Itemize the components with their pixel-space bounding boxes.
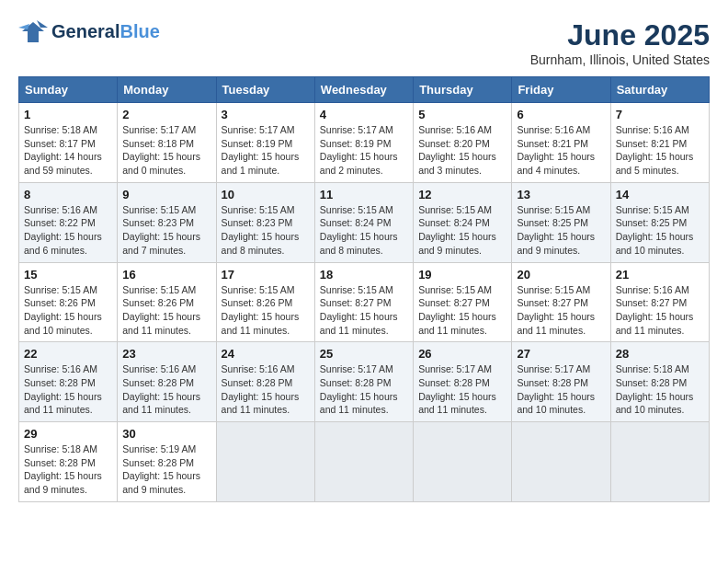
day-info: Sunrise: 5:16 AM Sunset: 8:21 PM Dayligh… <box>517 123 605 178</box>
day-number: 11 <box>320 188 408 201</box>
day-number: 13 <box>517 188 605 201</box>
calendar-subtitle: Burnham, Illinois, United States <box>530 52 710 67</box>
day-cell <box>216 422 314 502</box>
day-info: Sunrise: 5:15 AM Sunset: 8:25 PM Dayligh… <box>616 203 704 258</box>
day-info: Sunrise: 5:15 AM Sunset: 8:23 PM Dayligh… <box>222 203 310 258</box>
day-number: 22 <box>24 347 112 361</box>
logo-text: GeneralBlue <box>51 21 160 42</box>
day-info: Sunrise: 5:18 AM Sunset: 8:17 PM Dayligh… <box>24 123 112 178</box>
col-header-sunday: Sunday <box>19 77 118 103</box>
day-cell: 12Sunrise: 5:15 AM Sunset: 8:24 PM Dayli… <box>414 182 512 262</box>
day-number: 3 <box>222 108 310 121</box>
day-number: 24 <box>222 347 310 361</box>
bird-icon <box>18 18 48 44</box>
day-cell: 7Sunrise: 5:16 AM Sunset: 8:21 PM Daylig… <box>610 103 709 183</box>
day-cell: 19Sunrise: 5:15 AM Sunset: 8:27 PM Dayli… <box>414 262 512 342</box>
day-number: 15 <box>24 268 112 282</box>
col-header-saturday: Saturday <box>610 77 709 103</box>
day-cell: 10Sunrise: 5:15 AM Sunset: 8:23 PM Dayli… <box>216 182 314 262</box>
calendar-header-row: SundayMondayTuesdayWednesdayThursdayFrid… <box>19 77 710 103</box>
day-cell: 15Sunrise: 5:15 AM Sunset: 8:26 PM Dayli… <box>19 262 118 342</box>
day-cell: 1Sunrise: 5:18 AM Sunset: 8:17 PM Daylig… <box>19 103 118 183</box>
day-info: Sunrise: 5:16 AM Sunset: 8:28 PM Dayligh… <box>24 362 112 417</box>
col-header-thursday: Thursday <box>414 77 512 103</box>
day-cell: 13Sunrise: 5:15 AM Sunset: 8:25 PM Dayli… <box>512 182 610 262</box>
day-number: 30 <box>122 427 210 441</box>
calendar-table: SundayMondayTuesdayWednesdayThursdayFrid… <box>18 76 710 502</box>
day-info: Sunrise: 5:18 AM Sunset: 8:28 PM Dayligh… <box>616 362 704 417</box>
header: GeneralBlue June 2025 Burnham, Illinois,… <box>18 18 710 67</box>
day-number: 29 <box>24 427 112 441</box>
day-info: Sunrise: 5:16 AM Sunset: 8:27 PM Dayligh… <box>616 283 704 338</box>
day-info: Sunrise: 5:15 AM Sunset: 8:24 PM Dayligh… <box>418 203 506 258</box>
col-header-wednesday: Wednesday <box>314 77 413 103</box>
day-cell: 22Sunrise: 5:16 AM Sunset: 8:28 PM Dayli… <box>19 342 118 422</box>
day-cell: 24Sunrise: 5:16 AM Sunset: 8:28 PM Dayli… <box>216 342 314 422</box>
day-cell: 20Sunrise: 5:15 AM Sunset: 8:27 PM Dayli… <box>512 262 610 342</box>
day-cell: 17Sunrise: 5:15 AM Sunset: 8:26 PM Dayli… <box>216 262 314 342</box>
day-cell <box>512 422 610 502</box>
day-number: 8 <box>24 188 112 201</box>
day-info: Sunrise: 5:16 AM Sunset: 8:21 PM Dayligh… <box>616 123 704 178</box>
day-info: Sunrise: 5:15 AM Sunset: 8:26 PM Dayligh… <box>24 283 112 338</box>
day-info: Sunrise: 5:17 AM Sunset: 8:28 PM Dayligh… <box>320 362 408 417</box>
title-area: June 2025 Burnham, Illinois, United Stat… <box>530 18 710 67</box>
day-cell: 14Sunrise: 5:15 AM Sunset: 8:25 PM Dayli… <box>610 182 709 262</box>
day-number: 5 <box>418 108 506 121</box>
day-number: 25 <box>320 347 408 361</box>
day-cell: 25Sunrise: 5:17 AM Sunset: 8:28 PM Dayli… <box>314 342 413 422</box>
day-number: 2 <box>122 108 210 121</box>
day-info: Sunrise: 5:15 AM Sunset: 8:27 PM Dayligh… <box>517 283 605 338</box>
day-cell: 8Sunrise: 5:16 AM Sunset: 8:22 PM Daylig… <box>19 182 118 262</box>
calendar-title: June 2025 <box>530 18 710 52</box>
day-info: Sunrise: 5:17 AM Sunset: 8:19 PM Dayligh… <box>320 123 408 178</box>
col-header-tuesday: Tuesday <box>216 77 314 103</box>
day-number: 14 <box>616 188 704 201</box>
week-row-2: 8Sunrise: 5:16 AM Sunset: 8:22 PM Daylig… <box>19 182 710 262</box>
day-cell: 3Sunrise: 5:17 AM Sunset: 8:19 PM Daylig… <box>216 103 314 183</box>
day-number: 23 <box>122 347 210 361</box>
day-info: Sunrise: 5:15 AM Sunset: 8:27 PM Dayligh… <box>418 283 506 338</box>
day-number: 27 <box>517 347 605 361</box>
day-number: 4 <box>320 108 408 121</box>
day-cell: 29Sunrise: 5:18 AM Sunset: 8:28 PM Dayli… <box>19 422 118 502</box>
day-cell: 16Sunrise: 5:15 AM Sunset: 8:26 PM Dayli… <box>118 262 216 342</box>
day-number: 10 <box>222 188 310 201</box>
day-info: Sunrise: 5:18 AM Sunset: 8:28 PM Dayligh… <box>24 442 112 497</box>
day-cell: 27Sunrise: 5:17 AM Sunset: 8:28 PM Dayli… <box>512 342 610 422</box>
week-row-3: 15Sunrise: 5:15 AM Sunset: 8:26 PM Dayli… <box>19 262 710 342</box>
day-cell: 18Sunrise: 5:15 AM Sunset: 8:27 PM Dayli… <box>314 262 413 342</box>
day-cell: 6Sunrise: 5:16 AM Sunset: 8:21 PM Daylig… <box>512 103 610 183</box>
day-number: 26 <box>418 347 506 361</box>
col-header-monday: Monday <box>118 77 216 103</box>
day-info: Sunrise: 5:19 AM Sunset: 8:28 PM Dayligh… <box>122 442 210 497</box>
day-number: 16 <box>122 268 210 282</box>
day-info: Sunrise: 5:17 AM Sunset: 8:28 PM Dayligh… <box>517 362 605 417</box>
day-info: Sunrise: 5:15 AM Sunset: 8:26 PM Dayligh… <box>222 283 310 338</box>
day-cell: 30Sunrise: 5:19 AM Sunset: 8:28 PM Dayli… <box>118 422 216 502</box>
day-cell: 23Sunrise: 5:16 AM Sunset: 8:28 PM Dayli… <box>118 342 216 422</box>
day-number: 20 <box>517 268 605 282</box>
day-cell <box>414 422 512 502</box>
calendar-body: 1Sunrise: 5:18 AM Sunset: 8:17 PM Daylig… <box>19 103 710 502</box>
week-row-1: 1Sunrise: 5:18 AM Sunset: 8:17 PM Daylig… <box>19 103 710 183</box>
day-cell: 2Sunrise: 5:17 AM Sunset: 8:18 PM Daylig… <box>118 103 216 183</box>
day-info: Sunrise: 5:15 AM Sunset: 8:23 PM Dayligh… <box>122 203 210 258</box>
day-info: Sunrise: 5:17 AM Sunset: 8:19 PM Dayligh… <box>222 123 310 178</box>
day-cell: 11Sunrise: 5:15 AM Sunset: 8:24 PM Dayli… <box>314 182 413 262</box>
day-cell <box>314 422 413 502</box>
day-info: Sunrise: 5:15 AM Sunset: 8:26 PM Dayligh… <box>122 283 210 338</box>
day-cell: 4Sunrise: 5:17 AM Sunset: 8:19 PM Daylig… <box>314 103 413 183</box>
day-info: Sunrise: 5:15 AM Sunset: 8:27 PM Dayligh… <box>320 283 408 338</box>
day-number: 1 <box>24 108 112 121</box>
day-cell <box>610 422 709 502</box>
day-info: Sunrise: 5:15 AM Sunset: 8:25 PM Dayligh… <box>517 203 605 258</box>
logo: GeneralBlue <box>18 18 160 44</box>
day-number: 19 <box>418 268 506 282</box>
day-number: 9 <box>122 188 210 201</box>
day-info: Sunrise: 5:15 AM Sunset: 8:24 PM Dayligh… <box>320 203 408 258</box>
week-row-5: 29Sunrise: 5:18 AM Sunset: 8:28 PM Dayli… <box>19 422 710 502</box>
day-number: 21 <box>616 268 704 282</box>
day-number: 17 <box>222 268 310 282</box>
day-info: Sunrise: 5:16 AM Sunset: 8:22 PM Dayligh… <box>24 203 112 258</box>
